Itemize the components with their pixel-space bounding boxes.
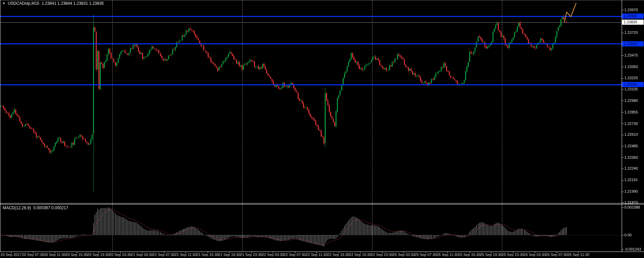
- price-axis-label: 1.23475: [624, 53, 638, 58]
- macd-indicator-name: MACD(12,26,9): [3, 206, 31, 210]
- time-axis-label: 22 Sep 03:30: [262, 253, 284, 257]
- price-axis-label: 1.22980: [624, 98, 638, 103]
- price-axis-label: 1.23350: [624, 64, 638, 69]
- price-axis-label: 1.23970: [624, 7, 638, 13]
- time-axis-label: 21 Sep 03:30: [131, 253, 153, 257]
- price-axis-label: 1.23720: [624, 30, 638, 35]
- chart-title-bar: ▼ USDCADstp,M15 1.23841 1.23844 1.23831 …: [2, 1, 104, 6]
- price-axis-label: 1.23225: [624, 76, 638, 81]
- macd-indicator-caption: MACD(12,26,9) 0.000397 0.000217: [3, 206, 68, 210]
- chart-window: ▼ USDCADstp,M15 1.23841 1.23844 1.23831 …: [0, 0, 644, 258]
- price-axis-label: 1.21990: [624, 189, 638, 194]
- time-axis-label: 20 Sep 11:30: [44, 253, 66, 257]
- time-axis-label: 25 Sep 07:30: [415, 253, 437, 257]
- ohlc-readout: 1.23841 1.23844 1.23831 1.23835: [42, 1, 104, 6]
- time-axis-label: 21 Sep 23:30: [240, 253, 262, 257]
- symbol-period-label: USDCADstp,M15: [8, 1, 39, 6]
- time-axis-label: 25 Sep 23:30: [502, 253, 524, 257]
- time-axis-label: 22 Sep 11:30: [306, 253, 328, 257]
- macd-indicator-values: 0.000397 0.000217: [33, 206, 68, 210]
- time-axis-label: 25 Sep 19:30: [480, 253, 502, 257]
- time-axis-label: 21 Sep 11:30: [175, 253, 197, 257]
- time-axis-label: 22 Sep 15:30: [327, 253, 349, 257]
- time-axis-label: 22 Sep 07:30: [284, 253, 306, 257]
- time-axis-label: 22 Sep 23:30: [371, 253, 393, 257]
- time-axis-label: 22 Sep 19:30: [349, 253, 371, 257]
- macd-axis-label: -0.001243: [624, 247, 641, 252]
- time-axis-label: 20 Sep 19:30: [87, 253, 109, 257]
- price-axis-label: 1.22610: [624, 132, 638, 137]
- price-axis-label: 1.22240: [624, 166, 638, 171]
- time-axis-label: 21 Sep 19:30: [218, 253, 240, 257]
- time-axis-label: 20 Sep 2017: [1, 253, 22, 257]
- price-axis-label: 1.22485: [624, 144, 638, 149]
- price-axis-label: 1.22115: [624, 177, 638, 182]
- time-axis-label: 20 Sep 07:30: [22, 253, 44, 257]
- price-axis-label: 1.22730: [624, 121, 638, 126]
- time-axis-label: 25 Sep 11:30: [437, 253, 459, 257]
- time-axis-label: 21 Sep 15:30: [197, 253, 218, 257]
- price-axis-label: 1.21870: [624, 200, 638, 205]
- price-chart-canvas[interactable]: [0, 0, 644, 258]
- price-axis-label: 1.22360: [624, 155, 638, 160]
- time-axis-label: 20 Sep 15:30: [66, 253, 88, 257]
- time-axis-label: 26 Sep 03:30: [524, 253, 546, 257]
- macd-axis-label: 0.002388: [624, 205, 640, 210]
- hline-price-tag: 1.23900: [622, 14, 644, 19]
- time-axis-label: 26 Sep 11:30: [568, 253, 590, 257]
- time-axis-label: 21 Sep 07:30: [153, 253, 175, 257]
- current-price-tag: 1.23835: [622, 20, 644, 25]
- time-axis-label: 26 Sep 07:30: [546, 253, 568, 257]
- macd-axis-label: 0.00: [624, 233, 631, 238]
- time-axis-label: 25 Sep 03:30: [393, 253, 415, 257]
- chart-dropdown-icon[interactable]: ▼: [2, 1, 5, 5]
- price-axis-label: 1.22855: [624, 110, 638, 115]
- price-axis-label: 1.23105: [624, 87, 638, 92]
- hline-price-tag: 1.23600: [622, 41, 644, 46]
- time-axis-label: 25 Sep 15:30: [458, 253, 480, 257]
- time-axis-label: 20 Sep 23:30: [109, 253, 131, 257]
